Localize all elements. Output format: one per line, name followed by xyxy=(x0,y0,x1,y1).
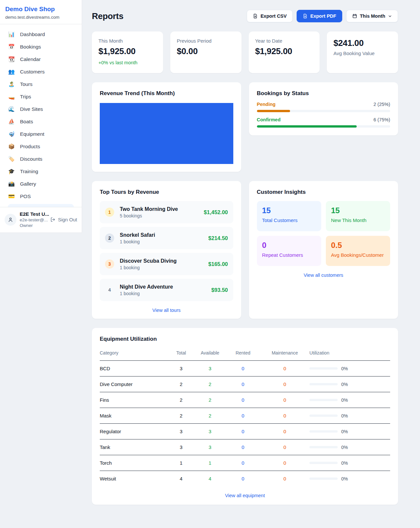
tour-name: Discover Scuba Diving xyxy=(120,258,177,264)
sidebar-item-customers[interactable]: 👥Customers xyxy=(4,66,78,78)
sidebar-item-discounts[interactable]: 🏷️Discounts xyxy=(4,153,78,165)
period-label: This Month xyxy=(360,13,385,19)
camera-icon: 📸 xyxy=(8,181,15,187)
insights-row: Top Tours by Revenue 1 Two Tank Morning … xyxy=(92,181,398,319)
utilization-bar xyxy=(309,399,338,401)
sidebar-item-calendar[interactable]: 📆Calendar xyxy=(4,53,78,66)
graduation-cap-icon: 🎓 xyxy=(8,169,15,174)
sidebar-item-equipment[interactable]: 🤿Equipment xyxy=(4,128,78,140)
table-row: Dive Computer 2 2 0 0 0% xyxy=(100,376,390,392)
tour-name: Snorkel Safari xyxy=(120,232,155,238)
panel-title: Top Tours by Revenue xyxy=(100,189,233,195)
sidebar-nav: 📊Dashboard 📅Bookings 📆Calendar 👥Customer… xyxy=(0,24,82,207)
tour-list: 1 Two Tank Morning Dive5 bookings $1,452… xyxy=(100,201,233,301)
customer-insights-panel: Customer Insights 15 Total Customers 15 … xyxy=(249,181,398,319)
sidebar-item-active-partial[interactable] xyxy=(8,204,74,207)
table-row: Mask 2 2 0 0 0% xyxy=(100,408,390,424)
cell-rented: 0 xyxy=(226,392,260,408)
view-all-customers-link[interactable]: View all customers xyxy=(257,273,390,278)
progress-fill xyxy=(257,110,290,112)
cell-category: Fins xyxy=(100,392,168,408)
cell-utilization: 0% xyxy=(309,408,390,424)
equipment-table: Category Total Available Rented Maintena… xyxy=(100,346,390,486)
stat-card-avg-booking-value: $241.00 Avg Booking Value xyxy=(327,31,398,73)
column-header: Category xyxy=(100,346,168,361)
export-csv-label: Export CSV xyxy=(261,13,287,19)
utilization-bar xyxy=(309,383,338,385)
rank-badge: 3 xyxy=(105,259,114,269)
tour-bookings: 1 booking xyxy=(120,265,177,270)
tile-new-this-month: 15 New This Month xyxy=(326,201,390,231)
customers-icon: 👥 xyxy=(8,69,15,74)
panel-title: Equipment Utilization xyxy=(100,336,390,342)
period-select[interactable]: This Month xyxy=(346,10,398,22)
sidebar-item-gallery[interactable]: 📸Gallery xyxy=(4,178,78,190)
stat-card-this-month: This Month $1,925.00 +0% vs last month xyxy=(92,31,163,73)
cell-maintenance: 0 xyxy=(260,376,309,392)
insight-tiles: 15 Total Customers 15 New This Month 0 R… xyxy=(257,201,390,266)
equipment-utilization-panel: Equipment Utilization Category Total Ava… xyxy=(92,328,398,505)
chevron-down-icon xyxy=(388,14,392,18)
sidebar: Demo Dive Shop demo.test.divestreams.com… xyxy=(0,0,82,233)
tile-label: Total Customers xyxy=(262,217,316,223)
utilization-bar xyxy=(309,430,338,433)
sidebar-item-products[interactable]: 📦Products xyxy=(4,140,78,153)
progress-track xyxy=(257,125,390,128)
status-count: 2 (25%) xyxy=(373,102,390,107)
top-tours-panel: Top Tours by Revenue 1 Two Tank Morning … xyxy=(92,181,241,319)
utilization-bar xyxy=(309,446,338,448)
revenue-trend-chart xyxy=(100,103,233,164)
person-icon xyxy=(8,217,13,223)
panel-title: Revenue Trend (This Month) xyxy=(100,90,233,97)
tour-name: Night Dive Adventure xyxy=(120,284,173,290)
tile-value: 0 xyxy=(262,241,316,250)
cell-maintenance: 0 xyxy=(260,439,309,455)
list-item: 1 Two Tank Morning Dive5 bookings $1,452… xyxy=(100,201,233,223)
sidebar-item-training[interactable]: 🎓Training xyxy=(4,165,78,178)
stat-value: $1,925.00 xyxy=(255,46,313,56)
cell-maintenance: 0 xyxy=(260,361,309,376)
sidebar-item-label: POS xyxy=(20,193,31,199)
status-label: Confirmed xyxy=(257,117,281,122)
cell-maintenance: 0 xyxy=(260,392,309,408)
status-label: Pending xyxy=(257,102,276,107)
tag-icon: 🏷️ xyxy=(8,156,15,162)
sidebar-item-tours[interactable]: 🏝️Tours xyxy=(4,78,78,91)
stat-label: Previous Period xyxy=(177,38,235,44)
sidebar-item-bookings[interactable]: 📅Bookings xyxy=(4,41,78,53)
island-icon: 🏝️ xyxy=(8,82,15,87)
view-all-tours-link[interactable]: View all tours xyxy=(100,308,233,313)
sidebar-item-pos[interactable]: 💳POS xyxy=(4,190,78,203)
tour-bookings: 1 booking xyxy=(120,239,155,244)
rank-badge: 2 xyxy=(105,234,114,243)
dashboard-icon: 📊 xyxy=(8,32,15,37)
cell-total: 3 xyxy=(168,424,194,439)
tour-name: Two Tank Morning Dive xyxy=(120,206,178,212)
sign-out-button[interactable]: Sign Out xyxy=(50,217,77,222)
status-row-pending: Pending 2 (25%) xyxy=(257,102,390,112)
stat-value: $1,925.00 xyxy=(98,46,157,56)
sidebar-item-label: Dive Sites xyxy=(20,106,43,112)
speedboat-icon: 🚤 xyxy=(8,94,15,99)
credit-card-icon: 💳 xyxy=(8,194,15,199)
sidebar-item-dashboard[interactable]: 📊Dashboard xyxy=(4,28,78,41)
page-title: Reports xyxy=(92,11,123,21)
column-header: Utilization xyxy=(309,346,390,361)
cell-utilization: 0% xyxy=(309,439,390,455)
tile-label: Avg Bookings/Customer xyxy=(331,252,385,258)
utilization-bar xyxy=(309,477,338,480)
panel-title: Customer Insights xyxy=(257,189,390,195)
sidebar-item-dive-sites[interactable]: 🌊Dive Sites xyxy=(4,103,78,115)
cell-available: 2 xyxy=(194,376,226,392)
sidebar-item-trips[interactable]: 🚤Trips xyxy=(4,91,78,103)
sidebar-item-boats[interactable]: ⛵Boats xyxy=(4,115,78,128)
export-csv-button[interactable]: Export CSV xyxy=(247,10,293,22)
export-pdf-button[interactable]: Export PDF xyxy=(297,10,342,22)
view-all-equipment-link[interactable]: View all equipment xyxy=(100,493,390,498)
revenue-trend-panel: Revenue Trend (This Month) xyxy=(92,82,241,172)
table-row: Fins 2 2 0 0 0% xyxy=(100,392,390,408)
stat-label: Avg Booking Value xyxy=(333,51,391,56)
sailboat-icon: ⛵ xyxy=(8,119,15,124)
tour-revenue: $93.50 xyxy=(211,287,228,293)
diving-mask-icon: 🤿 xyxy=(8,132,15,137)
